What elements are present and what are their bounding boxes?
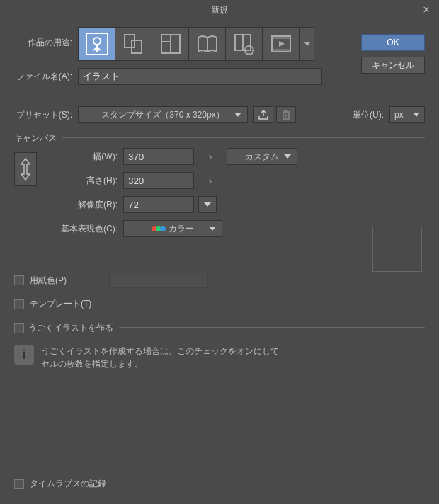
width-label: 幅(W):: [45, 151, 123, 163]
size-preset-select[interactable]: カスタム: [227, 148, 297, 165]
filename-input[interactable]: [78, 68, 322, 85]
ok-button[interactable]: OK: [361, 34, 425, 51]
template-checkbox[interactable]: [14, 299, 24, 309]
preset-label: プリセット(S):: [14, 109, 78, 121]
delete-preset-button[interactable]: [276, 106, 296, 123]
size-preset-value: カスタム: [245, 151, 279, 163]
dialog-title: 新規: [211, 4, 228, 16]
animation-legend: うごくイラストを作る: [14, 322, 119, 334]
info-icon: i: [14, 345, 34, 365]
colormode-label: 基本表現色(C):: [45, 223, 123, 235]
cancel-button[interactable]: キャンセル: [361, 57, 425, 74]
purpose-animation-icon[interactable]: [263, 28, 300, 60]
svg-rect-13: [272, 49, 290, 52]
timelapse-label: タイムラプスの記録: [30, 478, 106, 490]
svg-rect-12: [272, 36, 290, 39]
purpose-selector: [78, 27, 314, 61]
svg-point-1: [93, 38, 101, 45]
paper-color-label: 用紙色(P): [30, 275, 67, 287]
height-label: 高さ(H):: [45, 175, 123, 187]
preset-select[interactable]: スタンプサイズ（370 x 320px）: [78, 106, 248, 123]
width-swap-icon[interactable]: ›: [201, 148, 219, 165]
animation-label: うごくイラストを作る: [28, 322, 113, 334]
animation-fieldset: うごくイラストを作る i うごくイラストを作成する場合は、このチェックをオンにし…: [14, 327, 425, 370]
colormode-select[interactable]: カラー: [123, 220, 222, 237]
filename-label: ファイル名(A):: [14, 71, 78, 83]
purpose-layout-icon[interactable]: [152, 28, 189, 60]
purpose-comic-icon[interactable]: [115, 28, 152, 60]
save-preset-button[interactable]: [253, 106, 273, 123]
resolution-label: 解像度(R):: [45, 199, 123, 211]
preset-value: スタンプサイズ（370 x 320px）: [101, 109, 224, 121]
canvas-fieldset: キャンバス 幅(W): › カスタム 高さ(H): ›: [14, 137, 425, 310]
width-input[interactable]: [123, 148, 194, 165]
unit-value: px: [394, 110, 404, 120]
purpose-print-settings-icon[interactable]: [226, 28, 263, 60]
unit-select[interactable]: px: [389, 106, 425, 123]
animation-checkbox[interactable]: [14, 323, 24, 333]
resolution-input[interactable]: [123, 196, 194, 213]
purpose-book-icon[interactable]: [189, 28, 226, 60]
height-swap-icon[interactable]: ›: [201, 172, 219, 189]
height-input[interactable]: [123, 172, 194, 189]
chevron-down-icon: [284, 154, 291, 159]
paper-color-checkbox[interactable]: [14, 275, 24, 285]
orientation-button[interactable]: [14, 152, 37, 186]
canvas-legend: キャンバス: [14, 132, 62, 144]
timelapse-checkbox[interactable]: [14, 479, 24, 489]
chevron-down-icon: [413, 113, 420, 117]
chevron-down-icon: [209, 227, 216, 231]
purpose-dropdown-icon[interactable]: [300, 28, 314, 60]
purpose-label: 作品の用途:: [14, 27, 78, 49]
unit-label: 単位(U):: [353, 109, 384, 121]
template-label: テンプレート(T): [30, 298, 91, 310]
close-button[interactable]: ×: [419, 3, 433, 17]
paper-color-swatch[interactable]: [109, 273, 208, 288]
colormode-value: カラー: [169, 223, 194, 235]
canvas-preview: [372, 227, 422, 272]
animation-info-text: うごくイラストを作成する場合は、このチェックをオンにして セルの枚数を指定します…: [41, 345, 279, 370]
chevron-down-icon: [234, 113, 241, 117]
color-dots-icon: [152, 226, 164, 231]
resolution-dropdown-button[interactable]: [198, 196, 217, 213]
purpose-illustration-icon[interactable]: [79, 28, 115, 60]
